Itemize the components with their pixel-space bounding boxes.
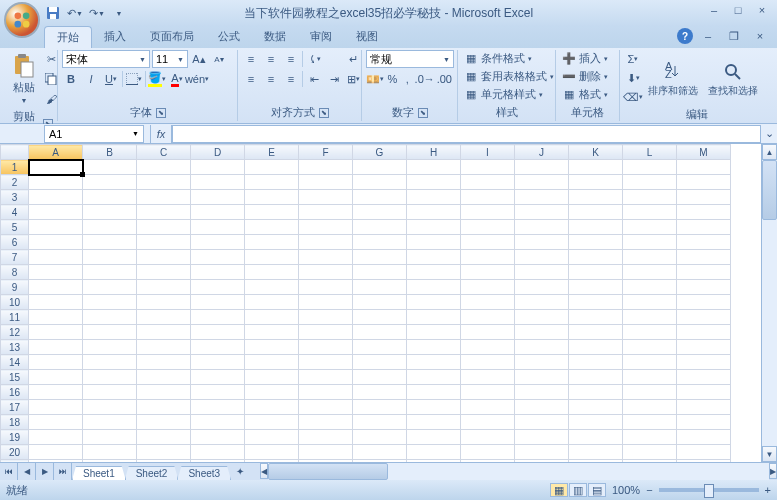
cell-E3[interactable] — [245, 190, 299, 205]
cell-L13[interactable] — [623, 340, 677, 355]
cell-C19[interactable] — [137, 430, 191, 445]
cell-E11[interactable] — [245, 310, 299, 325]
cell-L14[interactable] — [623, 355, 677, 370]
cell-F13[interactable] — [299, 340, 353, 355]
cell-C12[interactable] — [137, 325, 191, 340]
ribbon-tab-5[interactable]: 审阅 — [298, 26, 344, 48]
minimize-button[interactable]: – — [703, 2, 725, 18]
cell-B4[interactable] — [83, 205, 137, 220]
zoom-slider[interactable] — [659, 488, 759, 492]
cell-I19[interactable] — [461, 430, 515, 445]
cell-F18[interactable] — [299, 415, 353, 430]
cell-A21[interactable] — [29, 460, 83, 463]
cell-D12[interactable] — [191, 325, 245, 340]
cell-F15[interactable] — [299, 370, 353, 385]
cell-J3[interactable] — [515, 190, 569, 205]
cell-D1[interactable] — [191, 160, 245, 175]
cell-B13[interactable] — [83, 340, 137, 355]
row-header-14[interactable]: 14 — [1, 355, 29, 370]
col-header-J[interactable]: J — [515, 145, 569, 160]
cell-J5[interactable] — [515, 220, 569, 235]
cell-I21[interactable] — [461, 460, 515, 463]
cell-E16[interactable] — [245, 385, 299, 400]
cell-I10[interactable] — [461, 295, 515, 310]
cell-K10[interactable] — [569, 295, 623, 310]
cell-G4[interactable] — [353, 205, 407, 220]
align-right-button[interactable]: ≡ — [282, 70, 300, 88]
decrease-decimal-button[interactable]: .00 — [436, 70, 453, 88]
cell-A14[interactable] — [29, 355, 83, 370]
zoom-level[interactable]: 100% — [612, 484, 640, 496]
row-header-2[interactable]: 2 — [1, 175, 29, 190]
cell-H13[interactable] — [407, 340, 461, 355]
cell-C17[interactable] — [137, 400, 191, 415]
cell-D15[interactable] — [191, 370, 245, 385]
cell-E6[interactable] — [245, 235, 299, 250]
col-header-A[interactable]: A — [29, 145, 83, 160]
cell-D10[interactable] — [191, 295, 245, 310]
cell-K16[interactable] — [569, 385, 623, 400]
row-header-12[interactable]: 12 — [1, 325, 29, 340]
align-left-button[interactable]: ≡ — [242, 70, 260, 88]
cell-G6[interactable] — [353, 235, 407, 250]
italic-button[interactable]: I — [82, 70, 100, 88]
workbook-restore[interactable]: ❐ — [723, 28, 745, 44]
cell-D19[interactable] — [191, 430, 245, 445]
row-header-16[interactable]: 16 — [1, 385, 29, 400]
cell-M8[interactable] — [677, 265, 731, 280]
cell-H18[interactable] — [407, 415, 461, 430]
sheet-nav-prev[interactable]: ◀ — [18, 463, 36, 480]
cell-H20[interactable] — [407, 445, 461, 460]
cell-G13[interactable] — [353, 340, 407, 355]
cell-H1[interactable] — [407, 160, 461, 175]
close-button[interactable]: × — [751, 2, 773, 18]
cell-K11[interactable] — [569, 310, 623, 325]
sort-filter-button[interactable]: AZ 排序和筛选 — [644, 58, 702, 98]
cell-K1[interactable] — [569, 160, 623, 175]
row-header-11[interactable]: 11 — [1, 310, 29, 325]
cell-J15[interactable] — [515, 370, 569, 385]
number-launcher[interactable]: ⬊ — [418, 108, 428, 118]
cell-K19[interactable] — [569, 430, 623, 445]
cell-F7[interactable] — [299, 250, 353, 265]
cell-G1[interactable] — [353, 160, 407, 175]
cell-M13[interactable] — [677, 340, 731, 355]
currency-button[interactable]: 💴▾ — [366, 70, 384, 88]
sheet-tab-Sheet3[interactable]: Sheet3 — [177, 466, 231, 480]
cell-C2[interactable] — [137, 175, 191, 190]
ribbon-tab-0[interactable]: 开始 — [44, 26, 92, 48]
sheet-nav-next[interactable]: ▶ — [36, 463, 54, 480]
cell-K8[interactable] — [569, 265, 623, 280]
cell-M5[interactable] — [677, 220, 731, 235]
cell-B6[interactable] — [83, 235, 137, 250]
cell-K3[interactable] — [569, 190, 623, 205]
row-header-9[interactable]: 9 — [1, 280, 29, 295]
cell-C6[interactable] — [137, 235, 191, 250]
percent-button[interactable]: % — [386, 70, 399, 88]
cell-C13[interactable] — [137, 340, 191, 355]
cell-K9[interactable] — [569, 280, 623, 295]
cell-H21[interactable] — [407, 460, 461, 463]
cell-B3[interactable] — [83, 190, 137, 205]
sheet-tab-Sheet1[interactable]: Sheet1 — [72, 466, 126, 480]
cell-B9[interactable] — [83, 280, 137, 295]
page-break-view-button[interactable]: ▤ — [588, 483, 606, 497]
cell-E13[interactable] — [245, 340, 299, 355]
cell-H15[interactable] — [407, 370, 461, 385]
cell-A12[interactable] — [29, 325, 83, 340]
cell-C16[interactable] — [137, 385, 191, 400]
name-box[interactable]: A1▼ — [44, 125, 144, 143]
cell-G20[interactable] — [353, 445, 407, 460]
cell-H14[interactable] — [407, 355, 461, 370]
cell-B2[interactable] — [83, 175, 137, 190]
cell-F20[interactable] — [299, 445, 353, 460]
cell-C3[interactable] — [137, 190, 191, 205]
cell-M3[interactable] — [677, 190, 731, 205]
cell-H16[interactable] — [407, 385, 461, 400]
cell-I2[interactable] — [461, 175, 515, 190]
cell-J11[interactable] — [515, 310, 569, 325]
cell-B11[interactable] — [83, 310, 137, 325]
cell-I3[interactable] — [461, 190, 515, 205]
cell-C9[interactable] — [137, 280, 191, 295]
cell-I15[interactable] — [461, 370, 515, 385]
